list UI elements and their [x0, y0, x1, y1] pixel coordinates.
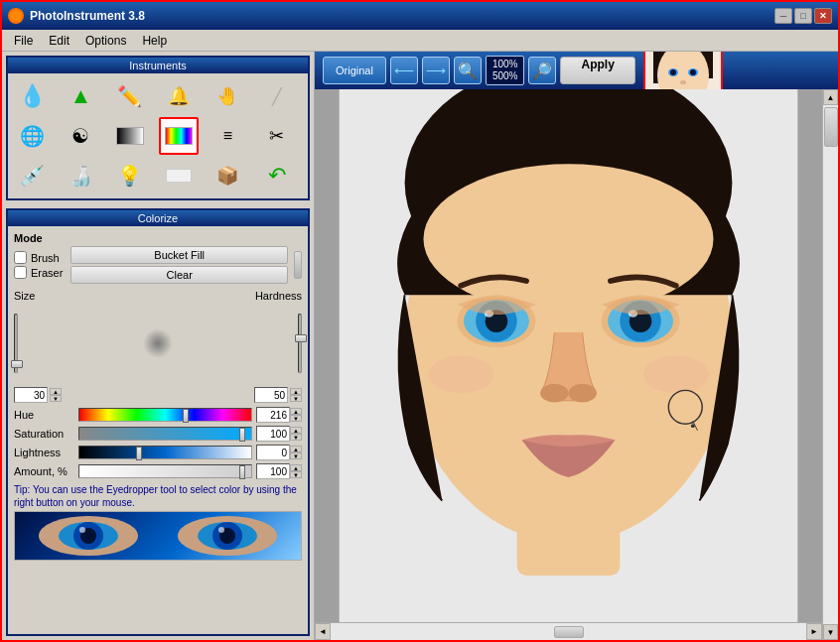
tool-cone[interactable]: ▲ — [61, 77, 100, 115]
amount-thumb[interactable] — [239, 465, 245, 479]
hardness-down[interactable]: ▼ — [290, 395, 302, 402]
menu-options[interactable]: Options — [77, 32, 134, 50]
slider-header: Size Hardness — [14, 290, 302, 302]
hardness-track — [298, 314, 302, 373]
tool-pencil[interactable]: ✏️ — [110, 77, 150, 115]
menu-bar: File Edit Options Help — [2, 30, 838, 52]
original-button[interactable]: Original — [323, 57, 386, 84]
lightness-thumb[interactable] — [136, 447, 142, 460]
zoom-display: 100% 500% — [486, 56, 525, 85]
window-title: PhotoInstrument 3.8 — [30, 9, 774, 23]
clear-button[interactable]: Clear — [70, 266, 288, 284]
tool-gradient[interactable] — [110, 117, 150, 155]
horizontal-scrollbar: ◄ ► — [315, 622, 822, 640]
hue-slider[interactable] — [78, 408, 252, 422]
redo-button[interactable]: ⟶ — [422, 57, 450, 84]
bucket-fill-button[interactable]: Bucket Fill — [70, 246, 288, 264]
saturation-down[interactable]: ▼ — [290, 434, 302, 441]
amount-slider[interactable] — [78, 464, 252, 478]
mode-label: Mode — [14, 232, 302, 244]
apply-button[interactable]: Apply — [560, 57, 634, 84]
slider-area — [14, 304, 302, 383]
hardness-spin: ▲ ▼ — [290, 388, 302, 402]
hue-thumb[interactable] — [183, 409, 189, 423]
minimize-button[interactable]: ─ — [774, 8, 792, 24]
tool-box[interactable]: 📦 — [208, 157, 247, 194]
tool-stamp[interactable]: 🔔 — [159, 77, 199, 115]
menu-edit[interactable]: Edit — [41, 32, 77, 50]
tool-yinyang[interactable]: ☯ — [61, 117, 100, 155]
tool-tube[interactable]: 💉 — [12, 157, 52, 194]
hue-label: Hue — [14, 409, 78, 421]
hue-up[interactable]: ▲ — [290, 408, 302, 415]
amount-down[interactable]: ▼ — [290, 471, 302, 478]
tool-bottle[interactable]: 🍶 — [61, 157, 100, 194]
hardness-up[interactable]: ▲ — [290, 388, 302, 395]
menu-file[interactable]: File — [6, 32, 41, 50]
canvas-container[interactable] — [315, 89, 822, 622]
tool-undo[interactable]: ↶ — [257, 157, 297, 194]
saturation-up[interactable]: ▲ — [290, 427, 302, 434]
zoom-fit-button[interactable]: 🔍 — [454, 57, 482, 84]
tool-globe[interactable]: 🌐 — [12, 117, 52, 155]
eraser-checkbox[interactable] — [14, 266, 27, 279]
scroll-h-thumb[interactable] — [554, 626, 584, 638]
amount-up[interactable]: ▲ — [290, 464, 302, 471]
hardness-thumb[interactable] — [295, 334, 307, 342]
mode-checkboxes: Brush Eraser — [14, 251, 63, 279]
scroll-v-track — [823, 105, 838, 624]
lightness-slider[interactable] — [78, 446, 252, 459]
tool-dropper[interactable]: 💧 — [12, 77, 52, 115]
close-button[interactable]: ✕ — [814, 8, 832, 24]
amount-input[interactable] — [256, 463, 290, 479]
size-input[interactable] — [14, 387, 48, 403]
svg-point-24 — [423, 164, 713, 314]
amount-spin: ▲ ▼ — [290, 464, 302, 478]
tip-image — [14, 511, 302, 561]
hue-down[interactable]: ▼ — [290, 415, 302, 422]
svg-point-18 — [690, 69, 696, 75]
maximize-button[interactable]: □ — [794, 8, 812, 24]
mode-row: Brush Eraser Bucket Fill Clear — [14, 246, 302, 284]
size-track — [14, 314, 18, 373]
tool-lines[interactable]: ≡ — [208, 117, 247, 155]
tool-blurline[interactable]: ╱ — [257, 77, 297, 115]
colorize-content: Mode Brush Eraser — [8, 226, 308, 567]
saturation-thumb[interactable] — [239, 428, 245, 442]
scroll-v-thumb[interactable] — [824, 107, 838, 147]
size-up[interactable]: ▲ — [50, 388, 62, 395]
scroll-h-track — [331, 623, 806, 640]
scroll-left-arrow[interactable]: ◄ — [315, 623, 331, 640]
lightness-input[interactable] — [256, 445, 290, 460]
saturation-slider[interactable] — [78, 427, 252, 441]
undo-button[interactable]: ⟵ — [390, 57, 418, 84]
original-label: Original — [336, 64, 373, 76]
right-panel: Original ⟵ ⟶ 🔍 100% 500% 🔎 Apply — [315, 52, 838, 640]
eraser-checkbox-row: Eraser — [14, 266, 63, 279]
tool-finger[interactable]: 🤚 — [208, 77, 247, 115]
scroll-right-arrow[interactable]: ► — [806, 623, 822, 640]
lightness-up[interactable]: ▲ — [290, 446, 302, 452]
brush-checkbox[interactable] — [14, 251, 27, 264]
saturation-input[interactable] — [256, 426, 290, 442]
zoom-in-button[interactable]: 🔎 — [528, 57, 556, 84]
svg-point-17 — [670, 69, 676, 75]
menu-help[interactable]: Help — [134, 32, 175, 50]
scroll-up-arrow[interactable]: ▲ — [823, 89, 838, 105]
size-thumb[interactable] — [11, 360, 23, 368]
main-canvas-svg — [315, 89, 822, 622]
size-down[interactable]: ▼ — [50, 395, 62, 402]
hue-spin: ▲ ▼ — [290, 408, 302, 422]
window-controls: ─ □ ✕ — [774, 8, 832, 24]
lightness-down[interactable]: ▼ — [290, 452, 302, 459]
svg-point-38 — [643, 356, 709, 394]
tool-eraser[interactable] — [159, 157, 199, 194]
tool-bulb[interactable]: 💡 — [110, 157, 150, 194]
hardness-input[interactable] — [254, 387, 288, 403]
hue-input[interactable] — [256, 407, 290, 423]
tip-text: Tip: You can use the Eyedropper tool to … — [14, 483, 302, 509]
tool-scissors[interactable]: ✂ — [257, 117, 297, 155]
tool-colors[interactable] — [159, 117, 199, 155]
amount-row: Amount, % ▲ ▼ — [14, 463, 302, 479]
scroll-down-arrow[interactable]: ▼ — [823, 624, 838, 640]
